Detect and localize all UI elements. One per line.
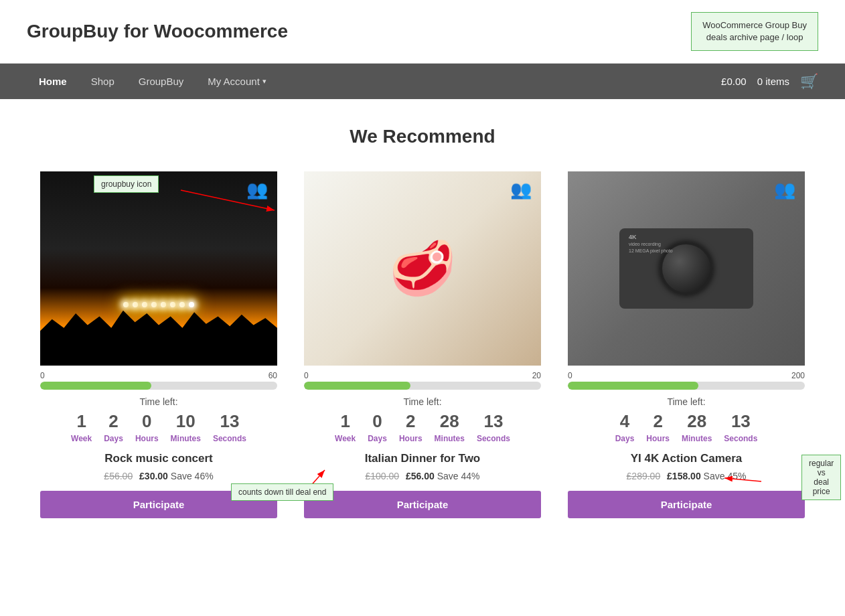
countdown-days-dinner: 0 Days xyxy=(368,411,387,444)
nav-item-shop[interactable]: Shop xyxy=(79,64,127,99)
progress-labels-concert: 0 60 xyxy=(40,371,277,380)
progress-min-camera: 0 xyxy=(568,371,572,380)
cart-items: 0 items xyxy=(757,76,789,87)
progress-wrap-camera: 0 200 xyxy=(568,371,805,390)
countdown-week-val-d: 1 xyxy=(335,411,356,432)
cart-price: £0.00 xyxy=(721,76,747,87)
progress-labels-camera: 0 200 xyxy=(568,371,805,380)
products-grid: 👥 0 60 Time left: 1 Week xyxy=(40,171,805,518)
site-nav: Home Shop GroupBuy My Account ▾ £0.00 0 … xyxy=(0,64,845,99)
countdown-minutes-val-d: 28 xyxy=(435,411,465,432)
progress-wrap-dinner: 0 20 xyxy=(304,371,541,390)
countdown-days-val-d: 0 xyxy=(368,411,387,432)
concert-light xyxy=(170,302,175,307)
groupbuy-icon-label: groupbuy icon xyxy=(94,175,159,193)
nav-item-home[interactable]: Home xyxy=(27,64,79,99)
countdown-concert: 1 Week 2 Days 0 Hours 10 Minutes xyxy=(40,411,277,444)
price-original-camera: £289.00 xyxy=(627,471,661,481)
countdown-camera: 4 Days 2 Hours 28 Minutes 13 Seconds xyxy=(568,411,805,444)
price-original-concert: £56.00 xyxy=(104,471,133,481)
svg-line-1 xyxy=(181,190,275,210)
cart-icon[interactable]: 🛒 xyxy=(800,73,818,90)
site-header: GroupBuy for Woocommerce WooCommerce Gro… xyxy=(0,0,845,64)
concert-crowd xyxy=(40,307,277,366)
progress-min-concert: 0 xyxy=(40,371,45,380)
groupbuy-icon-dinner: 👥 xyxy=(510,179,532,200)
countdown-minutes-value: 10 xyxy=(171,411,201,432)
price-save-concert: Save 46% xyxy=(171,471,214,481)
product-name-concert: Rock music concert xyxy=(40,452,277,465)
groupbuy-icon-camera: 👥 xyxy=(774,179,795,200)
nav-item-groupbuy[interactable]: GroupBuy xyxy=(127,64,196,99)
product-pricing-concert: £56.00 £30.00 Save 46% xyxy=(40,471,277,481)
countdown-seconds-val-c: 13 xyxy=(724,411,757,432)
camera-image: 4Kvideo recording12 MEGA pixel photo xyxy=(568,171,805,366)
product-card-camera: 4Kvideo recording12 MEGA pixel photo 👥 0… xyxy=(568,171,805,518)
countdown-seconds-camera: 13 Seconds xyxy=(724,411,757,444)
progress-bar-bg-camera xyxy=(568,382,805,390)
nav-links: Home Shop GroupBuy My Account ▾ xyxy=(27,64,279,99)
progress-min-dinner: 0 xyxy=(304,371,309,380)
food-image: 🥩 xyxy=(304,171,541,366)
product-name-camera: YI 4K Action Camera xyxy=(568,452,805,465)
countdown-seconds-label: Seconds xyxy=(213,434,246,443)
countdown-days-lbl-c: Days xyxy=(615,434,635,443)
countdown-week-concert: 1 Week xyxy=(71,411,92,444)
camera-body: 4Kvideo recording12 MEGA pixel photo xyxy=(619,228,753,309)
countdown-minutes-lbl-d: Minutes xyxy=(435,434,465,443)
countdown-dinner: 1 Week 0 Days 2 Hours 28 Minutes xyxy=(304,411,541,444)
countdown-minutes-val-c: 28 xyxy=(682,411,712,432)
countdown-seconds-val-d: 13 xyxy=(477,411,510,432)
countdown-week-value: 1 xyxy=(71,411,92,432)
camera-label: 4Kvideo recording12 MEGA pixel photo xyxy=(629,234,673,254)
countdown-days-camera: 4 Days xyxy=(615,411,635,444)
countdown-minutes-camera: 28 Minutes xyxy=(682,411,712,444)
countdown-label: counts down till deal end xyxy=(231,483,333,501)
countdown-seconds-dinner: 13 Seconds xyxy=(477,411,510,444)
product-image-camera: 4Kvideo recording12 MEGA pixel photo 👥 xyxy=(568,171,805,366)
concert-light xyxy=(133,302,138,307)
countdown-week-label: Week xyxy=(71,434,92,443)
countdown-hours-lbl-d: Hours xyxy=(399,434,422,443)
nav-item-myaccount[interactable]: My Account ▾ xyxy=(196,64,279,99)
countdown-hours-camera: 2 Hours xyxy=(646,411,670,444)
participate-button-dinner[interactable]: Participate xyxy=(304,491,541,518)
products-section: groupbuy icon counts down till deal end … xyxy=(40,171,805,518)
product-pricing-dinner: £100.00 £56.00 Save 44% xyxy=(304,471,541,481)
countdown-hours-value: 0 xyxy=(135,411,159,432)
progress-wrap-concert: 0 60 xyxy=(40,371,277,390)
main-content: We Recommend groupbuy icon counts down t… xyxy=(0,99,845,545)
countdown-seconds-value: 13 xyxy=(213,411,246,432)
progress-bar-fill-concert xyxy=(40,382,151,390)
concert-light xyxy=(189,302,194,307)
product-card-dinner: 🥩 👥 0 20 Time left: 1 Week xyxy=(304,171,541,518)
countdown-hours-val-d: 2 xyxy=(399,411,422,432)
price-deal-camera: £158.00 xyxy=(667,471,701,481)
progress-bar-bg-dinner xyxy=(304,382,541,390)
countdown-hours-dinner: 2 Hours xyxy=(399,411,422,444)
countdown-days-val-c: 4 xyxy=(615,411,635,432)
countdown-hours-lbl-c: Hours xyxy=(646,434,670,443)
header-annotation-text: WooCommerce Group Buy deals archive page… xyxy=(702,20,807,42)
countdown-seconds-lbl-d: Seconds xyxy=(477,434,510,443)
concert-lights xyxy=(40,302,277,307)
concert-light xyxy=(161,302,166,307)
countdown-minutes-concert: 10 Minutes xyxy=(171,411,201,444)
countdown-hours-label: Hours xyxy=(135,434,159,443)
price-label: regular vs deal price xyxy=(801,455,841,500)
countdown-days-value: 2 xyxy=(104,411,123,432)
time-left-label-dinner: Time left: xyxy=(304,396,541,407)
site-title: GroupBuy for Woocommerce xyxy=(27,21,288,42)
groupbuy-arrow-svg xyxy=(181,190,301,230)
countdown-days-concert: 2 Days xyxy=(104,411,123,444)
countdown-days-lbl-d: Days xyxy=(368,434,387,443)
concert-light xyxy=(142,302,147,307)
concert-light xyxy=(179,302,185,307)
countdown-week-lbl-d: Week xyxy=(335,434,356,443)
section-title: We Recommend xyxy=(40,126,805,147)
countdown-week-dinner: 1 Week xyxy=(335,411,356,444)
product-name-dinner: Italian Dinner for Two xyxy=(304,452,541,465)
price-save-dinner: Save 44% xyxy=(437,471,480,481)
nav-cart: £0.00 0 items 🛒 xyxy=(721,73,818,90)
price-deal-concert: £30.00 xyxy=(139,471,168,481)
